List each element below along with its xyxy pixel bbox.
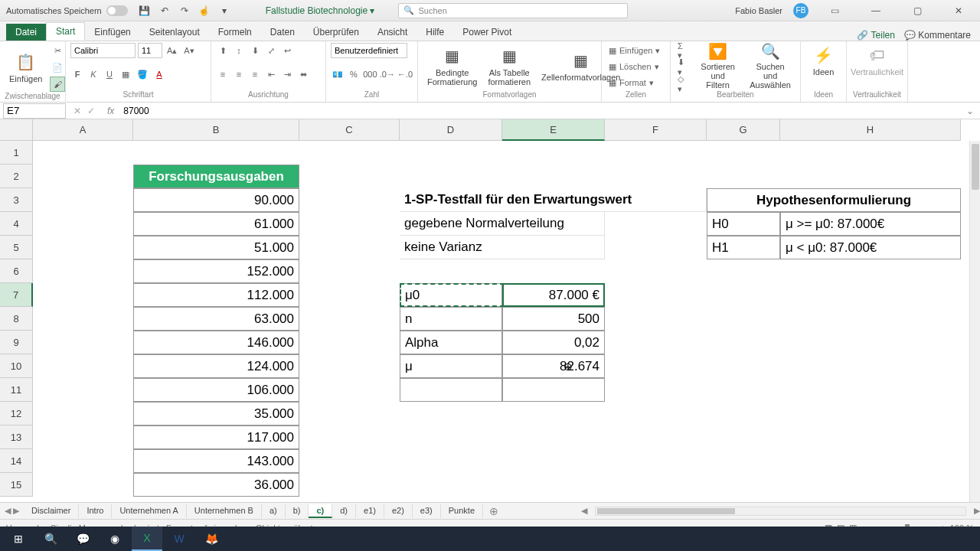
increase-indent-icon[interactable]: ⇥ — [280, 67, 294, 82]
row-header-4[interactable]: 4 — [0, 212, 33, 236]
format-as-table-button[interactable]: ▦Als Tabelle formatieren — [483, 43, 535, 89]
tab-insert[interactable]: Einfügen — [85, 24, 139, 41]
row-header-1[interactable]: 1 — [0, 141, 33, 165]
ideas-button[interactable]: ⚡Ideen — [805, 43, 841, 78]
row-header-12[interactable]: 12 — [0, 402, 33, 425]
share-button[interactable]: 🔗 Teilen — [857, 30, 895, 41]
underline-button[interactable]: U — [103, 67, 116, 82]
row-header-7[interactable]: 7 — [0, 283, 33, 307]
format-cells-button[interactable]: ▦ Format ▾ — [606, 75, 665, 90]
cell-D11[interactable] — [400, 378, 502, 402]
row-header-2[interactable]: 2 — [0, 165, 33, 188]
cell-G5[interactable]: H1 — [707, 236, 780, 259]
cell-H4[interactable]: μ >= μ0: 87.000€ — [780, 212, 961, 236]
col-header-F[interactable]: F — [605, 119, 707, 141]
add-sheet-button[interactable]: ⊕ — [483, 505, 505, 517]
hscroll-thumb[interactable] — [597, 508, 735, 514]
sheet-tab-UnternehmenA[interactable]: Unternehmen A — [112, 504, 186, 518]
scroll-thumb[interactable] — [972, 144, 979, 190]
cut-icon[interactable]: ✂ — [50, 43, 65, 58]
cell-D5[interactable]: keine Varianz — [400, 236, 605, 259]
number-format-select[interactable] — [331, 43, 407, 58]
tab-view[interactable]: Ansicht — [368, 24, 416, 41]
select-all-corner[interactable] — [0, 119, 33, 141]
decrease-indent-icon[interactable]: ⇤ — [264, 67, 278, 82]
formula-input[interactable]: 87000 — [119, 106, 960, 116]
percent-icon[interactable]: % — [347, 67, 361, 82]
user-avatar[interactable]: FB — [793, 3, 808, 18]
decrease-font-icon[interactable]: A▾ — [181, 43, 196, 58]
sheet-nav[interactable]: ◀ ▶ — [0, 506, 24, 516]
delete-cells-button[interactable]: ▦ Löschen ▾ — [606, 59, 665, 74]
cell-B9[interactable]: 146.000 — [133, 331, 299, 354]
find-select-button[interactable]: 🔍Suchen und Auswählen — [745, 43, 795, 89]
close-button[interactable]: ✕ — [943, 0, 974, 21]
copy-icon[interactable]: 📄 — [50, 60, 65, 75]
col-header-A[interactable]: A — [33, 119, 133, 141]
sheet-tab-b[interactable]: b) — [286, 504, 309, 518]
align-top-icon[interactable]: ⬆ — [216, 43, 230, 58]
comma-icon[interactable]: 000 — [363, 67, 377, 82]
col-header-B[interactable]: B — [133, 119, 299, 141]
comments-button[interactable]: 💬 Kommentare — [904, 30, 971, 41]
tab-data[interactable]: Daten — [261, 24, 304, 41]
cell-G3[interactable]: Hypothesenformulierung — [707, 188, 961, 212]
cell-B8[interactable]: 63.000 — [133, 307, 299, 331]
row-header-3[interactable]: 3 — [0, 188, 33, 212]
sheet-tab-a[interactable]: a) — [262, 504, 286, 518]
cell-D10[interactable]: μ — [400, 354, 502, 378]
cell-E7[interactable]: 87.000 € — [502, 283, 605, 307]
tab-formulas[interactable]: Formeln — [209, 24, 261, 41]
row-header-10[interactable]: 10 — [0, 354, 33, 378]
taskbar-app-1[interactable]: 💬 — [67, 527, 98, 551]
font-color-icon[interactable]: A — [152, 67, 166, 82]
align-right-icon[interactable]: ≡ — [248, 67, 262, 82]
horizontal-scrollbar[interactable] — [595, 507, 966, 516]
sheet-tab-d[interactable]: d) — [332, 504, 356, 518]
minimize-button[interactable]: — — [861, 0, 891, 21]
col-header-H[interactable]: H — [780, 119, 961, 141]
touch-icon[interactable]: ☝ — [198, 5, 211, 17]
row-header-5[interactable]: 5 — [0, 236, 33, 259]
taskbar-firefox-icon[interactable]: 🦊 — [196, 527, 227, 551]
customize-qat-icon[interactable]: ▾ — [218, 5, 230, 17]
cell-B11[interactable]: 106.000 — [133, 378, 299, 402]
ribbon-mode-icon[interactable]: ▭ — [819, 0, 850, 21]
col-header-E[interactable]: E — [502, 119, 605, 141]
row-header-6[interactable]: 6 — [0, 259, 33, 283]
sheet-tab-e3[interactable]: e3) — [413, 504, 441, 518]
row-header-14[interactable]: 14 — [0, 449, 33, 473]
autosum-icon[interactable]: Σ ▾ — [675, 43, 691, 58]
font-name-input[interactable] — [70, 43, 136, 58]
taskbar-excel-icon[interactable]: X — [132, 527, 162, 551]
sheet-tab-Disclaimer[interactable]: Disclaimer — [24, 504, 79, 518]
cell-E9[interactable]: 0,02 — [502, 331, 605, 354]
toggle-switch[interactable] — [106, 5, 128, 16]
cell-B13[interactable]: 117.000 — [133, 425, 299, 449]
row-header-8[interactable]: 8 — [0, 307, 33, 331]
cell-B6[interactable]: 152.000 — [133, 259, 299, 283]
cell-B2[interactable]: Forschungsausgaben — [133, 165, 299, 188]
save-icon[interactable]: 💾 — [139, 5, 151, 17]
paste-button[interactable]: 📋 Einfügen — [5, 43, 47, 92]
increase-font-icon[interactable]: A▴ — [165, 43, 179, 58]
taskbar-obs-icon[interactable]: ◉ — [100, 527, 130, 551]
maximize-button[interactable]: ▢ — [902, 0, 933, 21]
cell-D3[interactable]: 1-SP-Testfall für den Erwartungswert — [400, 188, 707, 212]
spreadsheet-grid[interactable]: ABCDEFGH 123456789101112131415 Forschung… — [0, 119, 980, 502]
cell-E11[interactable] — [502, 378, 605, 402]
cell-G4[interactable]: H0 — [707, 212, 780, 236]
cell-E8[interactable]: 500 — [502, 307, 605, 331]
insert-cells-button[interactable]: ▦ Einfügen ▾ — [606, 43, 665, 58]
font-size-input[interactable] — [138, 43, 162, 58]
bold-button[interactable]: F — [70, 67, 84, 82]
sheet-tab-Punkte[interactable]: Punkte — [441, 504, 483, 518]
tab-review[interactable]: Überprüfen — [304, 24, 368, 41]
wrap-text-icon[interactable]: ↩ — [280, 43, 294, 58]
clear-icon[interactable]: ◇ ▾ — [675, 77, 691, 92]
name-box[interactable] — [3, 103, 66, 119]
align-center-icon[interactable]: ≡ — [232, 67, 246, 82]
fill-color-icon[interactable]: 🪣 — [135, 67, 150, 82]
cell-B10[interactable]: 124.000 — [133, 354, 299, 378]
cancel-formula-icon[interactable]: ✕ — [74, 106, 81, 116]
